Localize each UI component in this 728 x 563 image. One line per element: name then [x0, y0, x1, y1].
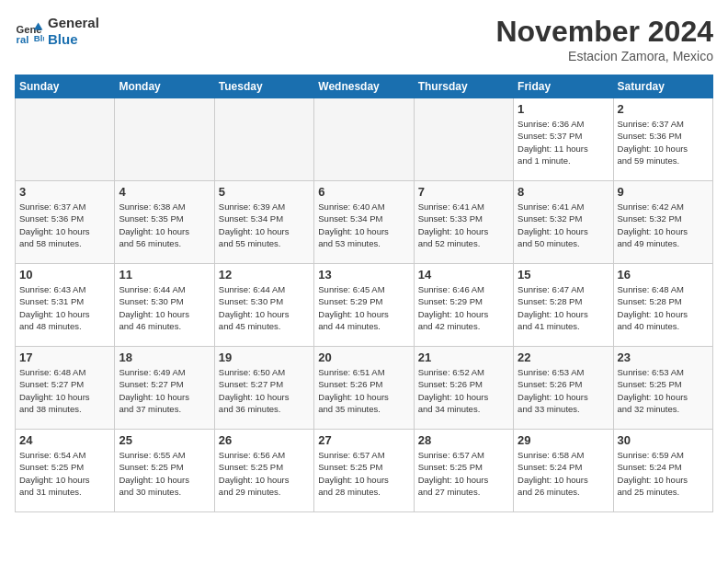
title-block: November 2024 Estacion Zamora, Mexico	[495, 15, 713, 63]
day-number: 11	[119, 268, 210, 282]
calendar-cell: 3Sunrise: 6:37 AM Sunset: 5:36 PM Daylig…	[16, 181, 115, 264]
day-info: Sunrise: 6:47 AM Sunset: 5:28 PM Dayligh…	[518, 283, 609, 332]
calendar-cell: 21Sunrise: 6:52 AM Sunset: 5:26 PM Dayli…	[414, 347, 513, 430]
day-info: Sunrise: 6:52 AM Sunset: 5:26 PM Dayligh…	[418, 366, 509, 415]
day-number: 25	[119, 433, 210, 447]
day-info: Sunrise: 6:44 AM Sunset: 5:30 PM Dayligh…	[219, 283, 310, 332]
day-number: 13	[318, 268, 409, 282]
calendar-cell	[314, 98, 414, 181]
calendar-cell: 26Sunrise: 6:56 AM Sunset: 5:25 PM Dayli…	[214, 430, 313, 512]
calendar-cell: 6Sunrise: 6:40 AM Sunset: 5:34 PM Daylig…	[314, 181, 414, 264]
calendar-cell	[115, 98, 214, 181]
calendar-week-row: 17Sunrise: 6:48 AM Sunset: 5:27 PM Dayli…	[16, 347, 713, 430]
logo: Gene ral Blue General Blue	[15, 15, 99, 48]
calendar-cell	[16, 98, 115, 181]
day-number: 6	[318, 185, 409, 199]
logo-line2: Blue	[48, 31, 99, 48]
calendar-cell: 5Sunrise: 6:39 AM Sunset: 5:34 PM Daylig…	[214, 181, 313, 264]
calendar-cell: 29Sunrise: 6:58 AM Sunset: 5:24 PM Dayli…	[514, 430, 613, 512]
day-info: Sunrise: 6:39 AM Sunset: 5:34 PM Dayligh…	[219, 201, 310, 249]
day-info: Sunrise: 6:51 AM Sunset: 5:26 PM Dayligh…	[318, 366, 409, 415]
calendar-cell: 16Sunrise: 6:48 AM Sunset: 5:28 PM Dayli…	[613, 264, 712, 347]
calendar-cell: 9Sunrise: 6:42 AM Sunset: 5:32 PM Daylig…	[613, 181, 712, 264]
calendar-cell: 17Sunrise: 6:48 AM Sunset: 5:27 PM Dayli…	[16, 347, 115, 430]
day-info: Sunrise: 6:36 AM Sunset: 5:37 PM Dayligh…	[518, 118, 609, 167]
day-number: 1	[518, 102, 609, 116]
day-number: 21	[418, 350, 509, 364]
day-number: 20	[318, 350, 409, 364]
calendar-table: SundayMondayTuesdayWednesdayThursdayFrid…	[15, 75, 713, 512]
weekday-header-tuesday: Tuesday	[214, 75, 313, 98]
day-info: Sunrise: 6:50 AM Sunset: 5:27 PM Dayligh…	[219, 366, 310, 415]
day-info: Sunrise: 6:37 AM Sunset: 5:36 PM Dayligh…	[19, 201, 110, 249]
day-number: 26	[219, 433, 310, 447]
calendar-cell: 13Sunrise: 6:45 AM Sunset: 5:29 PM Dayli…	[314, 264, 414, 347]
calendar-cell: 19Sunrise: 6:50 AM Sunset: 5:27 PM Dayli…	[214, 347, 313, 430]
calendar-cell: 24Sunrise: 6:54 AM Sunset: 5:25 PM Dayli…	[16, 430, 115, 512]
day-info: Sunrise: 6:40 AM Sunset: 5:34 PM Dayligh…	[318, 201, 409, 249]
day-number: 3	[19, 185, 110, 199]
calendar-cell: 20Sunrise: 6:51 AM Sunset: 5:26 PM Dayli…	[314, 347, 414, 430]
day-number: 24	[19, 433, 110, 447]
day-info: Sunrise: 6:57 AM Sunset: 5:25 PM Dayligh…	[318, 449, 409, 498]
calendar-cell: 2Sunrise: 6:37 AM Sunset: 5:36 PM Daylig…	[613, 98, 712, 181]
day-number: 28	[418, 433, 509, 447]
calendar-cell: 28Sunrise: 6:57 AM Sunset: 5:25 PM Dayli…	[414, 430, 513, 512]
calendar-cell: 27Sunrise: 6:57 AM Sunset: 5:25 PM Dayli…	[314, 430, 414, 512]
day-info: Sunrise: 6:58 AM Sunset: 5:24 PM Dayligh…	[518, 449, 609, 498]
day-number: 2	[618, 102, 709, 116]
weekday-header-sunday: Sunday	[16, 75, 115, 98]
day-number: 4	[119, 185, 210, 199]
svg-text:Blue: Blue	[34, 33, 44, 43]
calendar-cell: 22Sunrise: 6:53 AM Sunset: 5:26 PM Dayli…	[514, 347, 613, 430]
calendar-cell: 7Sunrise: 6:41 AM Sunset: 5:33 PM Daylig…	[414, 181, 513, 264]
day-number: 14	[418, 268, 509, 282]
day-info: Sunrise: 6:46 AM Sunset: 5:29 PM Dayligh…	[418, 283, 509, 332]
day-number: 8	[518, 185, 609, 199]
day-number: 18	[119, 350, 210, 364]
day-number: 19	[219, 350, 310, 364]
calendar-cell: 1Sunrise: 6:36 AM Sunset: 5:37 PM Daylig…	[514, 98, 613, 181]
calendar-cell	[214, 98, 313, 181]
calendar-cell: 14Sunrise: 6:46 AM Sunset: 5:29 PM Dayli…	[414, 264, 513, 347]
day-info: Sunrise: 6:42 AM Sunset: 5:32 PM Dayligh…	[618, 201, 709, 249]
calendar-cell: 10Sunrise: 6:43 AM Sunset: 5:31 PM Dayli…	[16, 264, 115, 347]
day-info: Sunrise: 6:43 AM Sunset: 5:31 PM Dayligh…	[19, 283, 110, 332]
day-info: Sunrise: 6:48 AM Sunset: 5:27 PM Dayligh…	[19, 366, 110, 415]
logo-icon: Gene ral Blue	[15, 17, 44, 46]
day-number: 16	[618, 268, 709, 282]
svg-text:ral: ral	[17, 34, 29, 45]
day-info: Sunrise: 6:53 AM Sunset: 5:26 PM Dayligh…	[518, 366, 609, 415]
day-info: Sunrise: 6:45 AM Sunset: 5:29 PM Dayligh…	[318, 283, 409, 332]
weekday-header-wednesday: Wednesday	[314, 75, 414, 98]
day-info: Sunrise: 6:41 AM Sunset: 5:33 PM Dayligh…	[418, 201, 509, 249]
day-number: 12	[219, 268, 310, 282]
day-number: 9	[618, 185, 709, 199]
day-info: Sunrise: 6:55 AM Sunset: 5:25 PM Dayligh…	[119, 449, 210, 498]
day-info: Sunrise: 6:49 AM Sunset: 5:27 PM Dayligh…	[119, 366, 210, 415]
calendar-cell: 15Sunrise: 6:47 AM Sunset: 5:28 PM Dayli…	[514, 264, 613, 347]
day-info: Sunrise: 6:38 AM Sunset: 5:35 PM Dayligh…	[119, 201, 210, 249]
calendar-cell: 11Sunrise: 6:44 AM Sunset: 5:30 PM Dayli…	[115, 264, 214, 347]
logo-line1: General	[48, 15, 99, 31]
calendar-cell: 12Sunrise: 6:44 AM Sunset: 5:30 PM Dayli…	[214, 264, 313, 347]
day-info: Sunrise: 6:41 AM Sunset: 5:32 PM Dayligh…	[518, 201, 609, 249]
day-info: Sunrise: 6:59 AM Sunset: 5:24 PM Dayligh…	[618, 449, 709, 498]
calendar-cell: 30Sunrise: 6:59 AM Sunset: 5:24 PM Dayli…	[613, 430, 712, 512]
location: Estacion Zamora, Mexico	[495, 49, 713, 63]
weekday-header-saturday: Saturday	[613, 75, 712, 98]
calendar-cell: 23Sunrise: 6:53 AM Sunset: 5:25 PM Dayli…	[613, 347, 712, 430]
weekday-header-thursday: Thursday	[414, 75, 513, 98]
calendar-cell: 18Sunrise: 6:49 AM Sunset: 5:27 PM Dayli…	[115, 347, 214, 430]
day-info: Sunrise: 6:37 AM Sunset: 5:36 PM Dayligh…	[618, 118, 709, 167]
day-number: 17	[19, 350, 110, 364]
day-info: Sunrise: 6:44 AM Sunset: 5:30 PM Dayligh…	[119, 283, 210, 332]
month-title: November 2024	[495, 15, 713, 49]
calendar-header-row: SundayMondayTuesdayWednesdayThursdayFrid…	[16, 75, 713, 98]
day-info: Sunrise: 6:56 AM Sunset: 5:25 PM Dayligh…	[219, 449, 310, 498]
day-info: Sunrise: 6:57 AM Sunset: 5:25 PM Dayligh…	[418, 449, 509, 498]
day-number: 10	[19, 268, 110, 282]
day-number: 30	[618, 433, 709, 447]
day-info: Sunrise: 6:54 AM Sunset: 5:25 PM Dayligh…	[19, 449, 110, 498]
calendar-cell: 25Sunrise: 6:55 AM Sunset: 5:25 PM Dayli…	[115, 430, 214, 512]
